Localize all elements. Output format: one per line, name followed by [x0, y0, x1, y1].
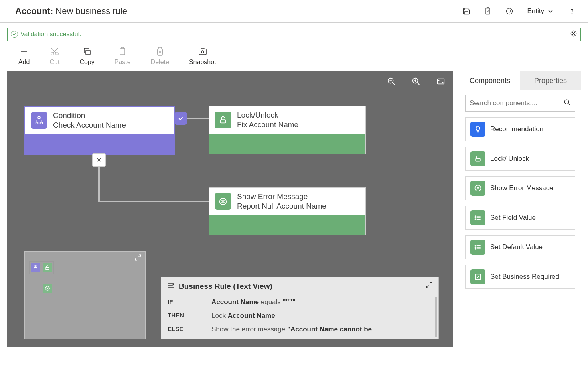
connector [98, 201, 210, 202]
components-list: Recommendation Lock/ Unlock Show Error M… [460, 90, 581, 347]
fit-screen-button[interactable] [436, 77, 445, 87]
save-button[interactable] [462, 7, 470, 15]
component-set-field-value[interactable]: Set Field Value [465, 206, 575, 230]
svg-point-61 [475, 248, 476, 249]
side-panel: Components Properties Recommendation Loc… [460, 71, 581, 347]
validation-message: Validation successful. [20, 31, 570, 38]
show-error-node[interactable]: Show Error Message Report Null Account N… [209, 187, 366, 235]
component-set-default-value[interactable]: Set Default Value [465, 235, 575, 259]
node-subtitle: Check Account Name [53, 120, 126, 130]
if-expression: Account Name equals """" [211, 298, 432, 306]
svg-point-15 [201, 51, 204, 53]
text-view-title: Business Rule (Text View) [179, 282, 272, 291]
trash-icon [155, 47, 165, 56]
node-drop-bar[interactable] [209, 134, 365, 154]
activate-button[interactable] [505, 7, 513, 15]
edit-toolbar: Add Cut Copy Paste Delete Snapshot [0, 43, 588, 71]
else-expression: Show the error message "Account Name can… [211, 325, 432, 333]
node-drop-bar[interactable] [209, 215, 365, 235]
add-button[interactable]: Add [18, 47, 30, 66]
true-branch-badge [174, 112, 187, 125]
panel-tabs: Components Properties [460, 71, 581, 90]
minimap[interactable] [24, 251, 146, 339]
component-set-business-required[interactable]: Set Business Required [465, 265, 575, 289]
text-view-expand-button[interactable] [426, 282, 433, 291]
condition-node[interactable]: Condition Check Account Name [24, 106, 175, 155]
list-icon [470, 210, 485, 225]
connector [98, 166, 100, 202]
checkbox-icon [470, 269, 485, 284]
node-title: Lock/Unlock [237, 110, 298, 120]
node-subtitle: Report Null Account Name [237, 201, 326, 211]
copy-button[interactable]: Copy [79, 47, 94, 66]
component-recommendation[interactable]: Recommendation [465, 117, 575, 141]
validation-banner: Validation successful. [7, 28, 581, 41]
title-rule-name: New business rule [55, 6, 127, 16]
svg-point-55 [475, 219, 476, 220]
paste-button: Paste [114, 47, 131, 66]
svg-rect-24 [38, 117, 40, 119]
if-keyword: IF [168, 298, 211, 306]
node-title: Condition [53, 111, 126, 120]
paste-icon [118, 47, 127, 56]
svg-line-45 [568, 103, 570, 105]
then-expression: Lock Account Name [211, 312, 432, 320]
svg-point-2 [572, 13, 572, 13]
scope-label: Entity [527, 7, 544, 15]
node-drop-bar[interactable] [25, 134, 174, 154]
cut-icon [50, 47, 59, 56]
svg-line-43 [426, 286, 429, 288]
lock-icon [215, 112, 231, 128]
component-show-error[interactable]: Show Error Message [465, 176, 575, 200]
svg-line-20 [417, 83, 420, 85]
node-title: Show Error Message [237, 192, 326, 201]
scope-dropdown[interactable]: Entity [527, 7, 554, 15]
title-dropdown[interactable]: Account: New business rule [15, 6, 131, 16]
tab-components[interactable]: Components [460, 71, 520, 90]
canvas-tools [387, 77, 445, 87]
header-actions: Entity [462, 7, 576, 15]
help-button[interactable] [568, 7, 576, 15]
search-input[interactable] [470, 99, 564, 107]
app-header: Account: New business rule Entity [0, 0, 588, 23]
svg-point-53 [475, 216, 476, 217]
svg-point-54 [475, 217, 476, 218]
svg-rect-62 [475, 274, 480, 279]
tab-properties[interactable]: Properties [520, 71, 581, 90]
component-search[interactable] [465, 95, 575, 112]
text-view-icon [167, 281, 175, 291]
designer-canvas[interactable]: Condition Check Account Name Lock/Unlock… [7, 71, 453, 347]
snapshot-button[interactable]: Snapshot [189, 47, 216, 66]
svg-rect-46 [476, 158, 480, 161]
chevron-down-icon [547, 7, 554, 15]
svg-rect-35 [46, 267, 49, 269]
minimap-node [43, 263, 52, 272]
delete-button: Delete [151, 47, 169, 66]
svg-point-1 [507, 8, 513, 14]
else-keyword: ELSE [168, 325, 211, 333]
text-view-body: IF Account Name equals """" THEN Lock Ac… [161, 295, 438, 339]
connector [187, 118, 209, 119]
svg-rect-23 [438, 79, 444, 84]
lock-icon [470, 151, 485, 166]
zoom-out-button[interactable] [387, 77, 396, 87]
svg-rect-26 [40, 122, 43, 124]
text-view-panel: Business Rule (Text View) IF Account Nam… [161, 277, 439, 339]
error-icon [215, 193, 231, 210]
svg-line-17 [393, 83, 395, 85]
copy-icon [82, 47, 92, 56]
component-lock-unlock[interactable]: Lock/ Unlock [465, 147, 575, 171]
plus-icon [19, 47, 29, 56]
svg-rect-25 [36, 122, 38, 124]
svg-point-59 [475, 245, 476, 246]
zoom-in-button[interactable] [412, 77, 420, 87]
svg-point-42 [173, 284, 174, 286]
dismiss-banner-button[interactable] [570, 30, 577, 39]
minimap-expand-icon[interactable] [134, 254, 142, 263]
lock-unlock-node[interactable]: Lock/Unlock Fix Account Name [209, 106, 366, 154]
scrollbar[interactable] [435, 297, 437, 337]
camera-icon [198, 47, 207, 56]
validate-button[interactable] [484, 7, 492, 15]
svg-rect-29 [221, 120, 226, 123]
svg-rect-34 [35, 265, 36, 266]
